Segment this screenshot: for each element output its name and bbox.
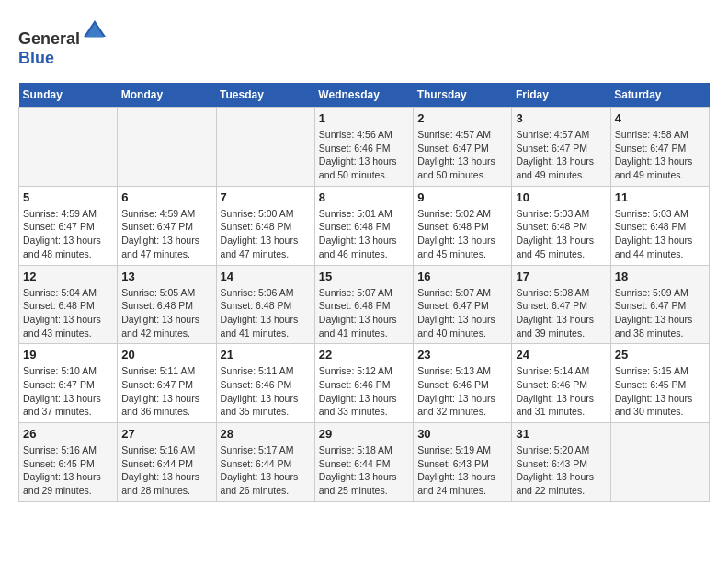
day-number: 28	[221, 427, 311, 441]
day-info: Sunrise: 4:59 AMSunset: 6:47 PMDaylight:…	[23, 207, 113, 261]
day-info: Sunrise: 5:17 AMSunset: 6:44 PMDaylight:…	[221, 443, 311, 498]
day-number: 24	[516, 348, 606, 362]
day-number: 10	[516, 190, 606, 204]
day-number: 16	[417, 270, 507, 283]
calendar-cell: 11Sunrise: 5:03 AMSunset: 6:48 PMDayligh…	[610, 186, 709, 265]
day-number: 19	[23, 348, 113, 362]
calendar-cell: 9Sunrise: 5:02 AMSunset: 6:48 PMDaylight…	[414, 186, 512, 265]
weekday-header-sunday: Sunday	[19, 83, 118, 108]
day-number: 26	[23, 427, 113, 441]
weekday-header-tuesday: Tuesday	[216, 83, 314, 108]
day-info: Sunrise: 5:06 AMSunset: 6:48 PMDaylight:…	[221, 286, 311, 340]
day-number: 25	[615, 348, 705, 362]
day-number: 27	[121, 427, 211, 441]
calendar-cell: 15Sunrise: 5:07 AMSunset: 6:48 PMDayligh…	[314, 265, 413, 344]
day-number: 9	[417, 190, 507, 204]
day-number: 13	[121, 270, 211, 283]
calendar-cell: 23Sunrise: 5:13 AMSunset: 6:46 PMDayligh…	[414, 344, 512, 423]
day-number: 2	[417, 111, 507, 125]
calendar-table: SundayMondayTuesdayWednesdayThursdayFrid…	[18, 83, 710, 502]
day-number: 29	[319, 427, 409, 441]
day-number: 1	[319, 111, 409, 125]
calendar-cell: 3Sunrise: 4:57 AMSunset: 6:47 PMDaylight…	[512, 108, 610, 187]
day-info: Sunrise: 5:11 AMSunset: 6:47 PMDaylight:…	[121, 364, 211, 419]
logo-blue: Blue	[18, 49, 54, 67]
day-number: 12	[23, 270, 113, 283]
day-number: 4	[615, 111, 705, 125]
day-number: 8	[319, 190, 409, 204]
weekday-header-thursday: Thursday	[414, 83, 512, 108]
calendar-cell: 24Sunrise: 5:14 AMSunset: 6:46 PMDayligh…	[512, 344, 610, 423]
day-info: Sunrise: 4:57 AMSunset: 6:47 PMDaylight:…	[417, 128, 507, 182]
weekday-header-friday: Friday	[512, 83, 610, 108]
day-info: Sunrise: 5:01 AMSunset: 6:48 PMDaylight:…	[319, 207, 409, 261]
day-info: Sunrise: 5:11 AMSunset: 6:46 PMDaylight:…	[221, 364, 311, 419]
day-number: 23	[417, 348, 507, 362]
day-number: 7	[221, 190, 311, 204]
calendar-cell: 10Sunrise: 5:03 AMSunset: 6:48 PMDayligh…	[512, 186, 610, 265]
weekday-header-wednesday: Wednesday	[314, 83, 413, 108]
calendar-cell: 25Sunrise: 5:15 AMSunset: 6:45 PMDayligh…	[610, 344, 709, 423]
day-number: 22	[319, 348, 409, 362]
calendar-cell: 21Sunrise: 5:11 AMSunset: 6:46 PMDayligh…	[216, 344, 314, 423]
calendar-cell: 14Sunrise: 5:06 AMSunset: 6:48 PMDayligh…	[216, 265, 314, 344]
calendar-cell: 17Sunrise: 5:08 AMSunset: 6:47 PMDayligh…	[512, 265, 610, 344]
day-number: 31	[516, 427, 606, 441]
day-number: 18	[615, 270, 705, 283]
calendar-cell: 6Sunrise: 4:59 AMSunset: 6:47 PMDaylight…	[118, 186, 216, 265]
day-info: Sunrise: 5:16 AMSunset: 6:44 PMDaylight:…	[121, 443, 211, 498]
day-info: Sunrise: 5:04 AMSunset: 6:48 PMDaylight:…	[23, 286, 113, 340]
calendar-cell: 28Sunrise: 5:17 AMSunset: 6:44 PMDayligh…	[216, 423, 314, 502]
weekday-header-monday: Monday	[118, 83, 216, 108]
day-info: Sunrise: 5:08 AMSunset: 6:47 PMDaylight:…	[516, 286, 606, 340]
logo-general: General	[18, 29, 80, 48]
day-info: Sunrise: 5:18 AMSunset: 6:44 PMDaylight:…	[319, 443, 409, 498]
page-header: General Blue	[18, 18, 710, 68]
calendar-cell: 22Sunrise: 5:12 AMSunset: 6:46 PMDayligh…	[314, 344, 413, 423]
weekday-header-saturday: Saturday	[610, 83, 709, 108]
day-number: 30	[417, 427, 507, 441]
day-info: Sunrise: 4:59 AMSunset: 6:47 PMDaylight:…	[121, 207, 211, 261]
day-number: 14	[221, 270, 311, 283]
day-number: 5	[23, 190, 113, 204]
calendar-cell: 2Sunrise: 4:57 AMSunset: 6:47 PMDaylight…	[414, 108, 512, 187]
day-number: 3	[516, 111, 606, 125]
calendar-cell: 30Sunrise: 5:19 AMSunset: 6:43 PMDayligh…	[414, 423, 512, 502]
calendar-cell: 12Sunrise: 5:04 AMSunset: 6:48 PMDayligh…	[19, 265, 118, 344]
calendar-cell: 13Sunrise: 5:05 AMSunset: 6:48 PMDayligh…	[118, 265, 216, 344]
day-info: Sunrise: 5:19 AMSunset: 6:43 PMDaylight:…	[417, 443, 507, 498]
calendar-cell: 1Sunrise: 4:56 AMSunset: 6:46 PMDaylight…	[314, 108, 413, 187]
day-info: Sunrise: 5:20 AMSunset: 6:43 PMDaylight:…	[516, 443, 606, 498]
day-info: Sunrise: 5:00 AMSunset: 6:48 PMDaylight:…	[221, 207, 311, 261]
calendar-cell: 26Sunrise: 5:16 AMSunset: 6:45 PMDayligh…	[19, 423, 118, 502]
day-info: Sunrise: 4:58 AMSunset: 6:47 PMDaylight:…	[615, 128, 705, 182]
calendar-cell: 18Sunrise: 5:09 AMSunset: 6:47 PMDayligh…	[610, 265, 709, 344]
calendar-cell	[216, 108, 314, 187]
calendar-cell	[610, 423, 709, 502]
day-info: Sunrise: 5:03 AMSunset: 6:48 PMDaylight:…	[615, 207, 705, 261]
calendar-cell: 16Sunrise: 5:07 AMSunset: 6:47 PMDayligh…	[414, 265, 512, 344]
day-info: Sunrise: 5:14 AMSunset: 6:46 PMDaylight:…	[516, 364, 606, 419]
day-number: 15	[319, 270, 409, 283]
calendar-cell: 8Sunrise: 5:01 AMSunset: 6:48 PMDaylight…	[314, 186, 413, 265]
calendar-cell: 5Sunrise: 4:59 AMSunset: 6:47 PMDaylight…	[19, 186, 118, 265]
day-info: Sunrise: 5:03 AMSunset: 6:48 PMDaylight:…	[516, 207, 606, 261]
logo-icon	[82, 18, 108, 44]
day-number: 6	[121, 190, 211, 204]
day-number: 11	[615, 190, 705, 204]
day-info: Sunrise: 5:15 AMSunset: 6:45 PMDaylight:…	[615, 364, 705, 419]
calendar-cell: 19Sunrise: 5:10 AMSunset: 6:47 PMDayligh…	[19, 344, 118, 423]
calendar-cell	[19, 108, 118, 187]
day-number: 21	[221, 348, 311, 362]
day-number: 17	[516, 270, 606, 283]
day-info: Sunrise: 5:02 AMSunset: 6:48 PMDaylight:…	[417, 207, 507, 261]
calendar-cell: 4Sunrise: 4:58 AMSunset: 6:47 PMDaylight…	[610, 108, 709, 187]
calendar-cell: 29Sunrise: 5:18 AMSunset: 6:44 PMDayligh…	[314, 423, 413, 502]
day-info: Sunrise: 4:56 AMSunset: 6:46 PMDaylight:…	[319, 128, 409, 182]
calendar-cell: 31Sunrise: 5:20 AMSunset: 6:43 PMDayligh…	[512, 423, 610, 502]
day-info: Sunrise: 5:12 AMSunset: 6:46 PMDaylight:…	[319, 364, 409, 419]
calendar-cell: 7Sunrise: 5:00 AMSunset: 6:48 PMDaylight…	[216, 186, 314, 265]
day-info: Sunrise: 5:09 AMSunset: 6:47 PMDaylight:…	[615, 286, 705, 340]
calendar-cell: 20Sunrise: 5:11 AMSunset: 6:47 PMDayligh…	[118, 344, 216, 423]
logo-text: General Blue	[18, 18, 108, 68]
